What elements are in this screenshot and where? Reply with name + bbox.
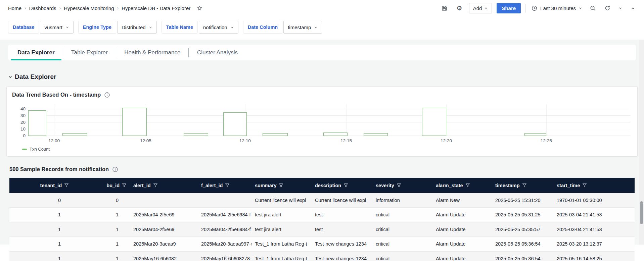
tab-table-explorer[interactable]: Table Explorer [63, 45, 116, 60]
chevron-down-icon [230, 25, 234, 29]
filter-icon[interactable] [397, 183, 401, 188]
cell-f_alert_id: 2025May16-6b608278- [198, 251, 251, 261]
cell-alarm_state: Alarm Update [432, 237, 492, 252]
cell-alert_id: 2025Mar04-2f5e69 [130, 208, 198, 222]
page-scrollbar-thumb[interactable] [640, 201, 643, 224]
breadcrumb-dashboards[interactable]: Dashboards [29, 5, 56, 11]
time-range-label: Last 30 minutes [540, 5, 576, 11]
filter-icon[interactable] [343, 183, 348, 188]
cell-bu_id: 1 [72, 237, 130, 252]
legend-swatch [22, 149, 27, 150]
legend-item-txn-count[interactable]: Txn Count [22, 147, 631, 152]
cell-f_alert_id [198, 193, 251, 208]
info-icon[interactable] [104, 92, 110, 98]
column-header-bu_id[interactable]: bu_id [72, 178, 130, 193]
clock-icon [531, 5, 538, 11]
cell-start_time: 2025-05-16 14:58:25 [553, 251, 635, 261]
cell-summary: test jira alert [251, 222, 312, 237]
section-row-data-explorer[interactable]: Data Explorer [8, 73, 636, 81]
save-icon[interactable] [440, 3, 450, 13]
cell-severity: critical [372, 222, 432, 237]
cell-description: Test-new changes-1234 [312, 237, 372, 252]
zoom-out-icon[interactable] [588, 3, 598, 13]
chevron-down-icon [484, 6, 488, 10]
chart-bar [122, 108, 147, 136]
chart-bar [184, 133, 209, 136]
tab-cluster-analysis[interactable]: Cluster Analysis [189, 45, 246, 60]
cell-bu_id: 0 [72, 193, 130, 208]
settings-gear-icon[interactable]: ⚙ [454, 3, 464, 13]
filter-icon[interactable] [465, 183, 470, 188]
cell-timestamp: 2025-05-25 15:31:20 [492, 193, 553, 208]
breadcrumb-folder[interactable]: Hyperscale Monitoring [64, 5, 114, 11]
txn-count-bar-chart: 010203040 12:0012:0512:1012:1512:2012:25… [28, 104, 631, 152]
cell-severity: critical [372, 208, 432, 222]
column-header-alert_id[interactable]: alert_id [130, 178, 198, 193]
filter-date-column-select[interactable]: timestamp [283, 21, 322, 34]
cell-start_time: 2025-03-04 21:41:53 [553, 222, 635, 237]
column-header-alarm_state[interactable]: alarm_state [432, 178, 492, 193]
filter-engine-type-select[interactable]: Distributed [117, 21, 157, 34]
column-header-start_time[interactable]: start_time [553, 178, 635, 193]
column-header-tenant_id[interactable]: tenant_id [9, 178, 72, 193]
share-button[interactable]: Share [497, 3, 521, 13]
page-scrollbar[interactable] [639, 40, 644, 245]
column-header-timestamp[interactable]: timestamp [492, 178, 553, 193]
column-header-label: summary [255, 183, 276, 188]
filter-icon[interactable] [64, 183, 69, 188]
chart-y-tick-label: 30 [13, 113, 26, 118]
column-header-label: bu_id [106, 183, 120, 188]
cell-alert_id [130, 193, 198, 208]
filter-icon[interactable] [582, 183, 587, 188]
cell-f_alert_id: 2025Mar20-3aeaa997-c [198, 237, 251, 252]
filter-icon[interactable] [153, 183, 158, 188]
filter-table-name-select[interactable]: notification [199, 21, 238, 34]
chart-h-gridline [28, 122, 631, 122]
collapse-caret-up-icon[interactable] [628, 3, 638, 13]
favorite-star-icon[interactable] [197, 5, 202, 11]
cell-alarm_state: Alarm New [432, 193, 492, 208]
filter-icon[interactable] [225, 183, 230, 188]
column-header-severity[interactable]: severity [372, 178, 432, 193]
chart-bar [28, 110, 46, 136]
column-header-label: timestamp [495, 183, 520, 188]
cell-alert_id: 2025Mar20-3aeaa9 [130, 237, 198, 252]
filter-table-name-label: Table Name [162, 21, 198, 34]
column-header-f_alert_id[interactable]: f_alert_id [198, 178, 251, 193]
filter-date-column: Date Column timestamp [243, 21, 322, 34]
chart-bar [524, 133, 546, 136]
filter-icon[interactable] [122, 183, 127, 188]
table-row: 112025Mar20-3aeaa92025Mar20-3aeaa997-cTe… [9, 237, 635, 252]
filter-table-name: Table Name notification [162, 21, 238, 34]
column-header-description[interactable]: description [312, 178, 372, 193]
refresh-icon[interactable] [602, 3, 612, 13]
cell-f_alert_id: 2025Mar04-2f5e6984-f [198, 208, 251, 222]
cell-start_time: 2025-03-04 21:41:53 [553, 208, 635, 222]
tab-data-explorer[interactable]: Data Explorer [9, 45, 63, 60]
cell-timestamp: 2025-05-25 05:35:57 [492, 222, 553, 237]
table-body: 00Current licence will expiCurrent licen… [9, 193, 635, 261]
chart-bar [323, 133, 348, 136]
chart-bar [223, 112, 247, 136]
refresh-interval-chevron-icon[interactable] [617, 3, 623, 13]
column-header-label: tenant_id [40, 183, 62, 188]
info-icon[interactable] [112, 166, 118, 172]
filter-date-column-label: Date Column [243, 21, 282, 34]
time-range-picker[interactable]: Last 30 minutes [531, 4, 583, 13]
cell-bu_id: 1 [72, 251, 130, 261]
chart-h-gridline [28, 129, 631, 129]
breadcrumb-home[interactable]: Home [8, 5, 21, 11]
legend-label: Txn Count [30, 147, 50, 152]
panel-title: Data Trend Based On - timestamp [12, 92, 101, 98]
filter-icon[interactable] [279, 183, 283, 188]
breadcrumb: Home › Dashboards › Hyperscale Monitorin… [8, 5, 202, 11]
chart-panel: Data Trend Based On - timestamp 01020304… [6, 86, 638, 157]
filter-icon[interactable] [522, 183, 527, 188]
add-button[interactable]: Add [469, 3, 492, 13]
chevron-down-icon [65, 25, 69, 29]
column-header-summary[interactable]: summary [251, 178, 312, 193]
tab-health-performance[interactable]: Health & Performance [116, 45, 188, 60]
cell-description: test [312, 208, 372, 222]
filter-database-select[interactable]: vusmart [40, 21, 73, 34]
cell-alert_id: 2025Mar04-2f5e69 [130, 222, 198, 237]
